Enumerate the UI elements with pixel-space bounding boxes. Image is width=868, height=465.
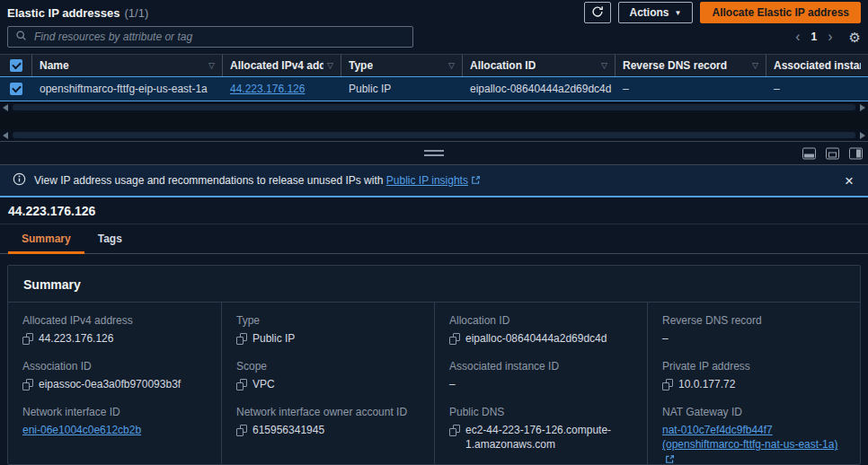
- summary-column-4: Reverse DNS record – Private IP address …: [647, 303, 860, 465]
- nat-gateway-link[interactable]: nat-010c7ef4dc9fb44f7 (openshiftmarco-ft…: [662, 423, 846, 465]
- copy-icon[interactable]: [449, 425, 460, 436]
- row-allocation-id: eipalloc-08640444a2d69dc4d: [463, 83, 616, 95]
- summary-heading: Summary: [8, 266, 860, 303]
- copy-icon[interactable]: [662, 379, 673, 390]
- column-header-allocated-ipv4[interactable]: Allocated IPv4 addr... ▽: [223, 55, 341, 76]
- field-type: Type Public IP: [236, 314, 420, 347]
- search-icon: [15, 30, 27, 44]
- actions-button[interactable]: Actions ▼: [618, 2, 694, 23]
- scrollbar-track[interactable]: [13, 132, 855, 138]
- scroll-left-icon[interactable]: [3, 132, 8, 139]
- row-reverse-dns: –: [616, 83, 766, 95]
- sort-icon: ▽: [327, 61, 333, 70]
- scroll-right-icon[interactable]: [860, 132, 865, 139]
- refresh-icon: [591, 5, 604, 21]
- resource-count: (1/1): [125, 6, 149, 20]
- field-network-interface-id: Network interface ID eni-06e1004c0e612cb…: [22, 406, 207, 438]
- column-header-reverse-dns[interactable]: Reverse DNS record ▽: [616, 55, 766, 76]
- settings-gear-icon: ⚙: [849, 30, 861, 45]
- field-allocation-id: Allocation ID eipalloc-08640444a2d69dc4d: [449, 314, 633, 347]
- next-page-button[interactable]: ›: [828, 30, 832, 44]
- field-scope: Scope VPC: [236, 360, 420, 392]
- actions-button-label: Actions: [630, 6, 669, 19]
- search-box[interactable]: [7, 26, 413, 48]
- page-title: Elastic IP addresses: [7, 6, 120, 20]
- copy-icon[interactable]: [236, 379, 247, 390]
- column-header-type[interactable]: Type ▽: [341, 55, 463, 76]
- caret-down-icon: ▼: [675, 9, 682, 17]
- field-reverse-dns: Reverse DNS record –: [662, 314, 846, 347]
- tab-summary[interactable]: Summary: [8, 224, 84, 253]
- selected-ip-title: 44.223.176.126: [0, 197, 868, 224]
- field-allocated-ipv4: Allocated IPv4 address 44.223.176.126: [22, 314, 207, 347]
- column-header-allocation-id[interactable]: Allocation ID ▽: [463, 55, 616, 76]
- sort-icon: ▽: [752, 61, 758, 70]
- external-link-icon: [665, 454, 675, 464]
- section-gap: [0, 113, 868, 129]
- summary-column-1: Allocated IPv4 address 44.223.176.126 As…: [8, 303, 221, 465]
- pagination: ‹ 1 › ⚙: [795, 30, 861, 44]
- panel-position-bottom-icon[interactable]: [802, 147, 816, 159]
- scroll-left-icon[interactable]: [3, 104, 8, 111]
- info-icon: [13, 172, 26, 189]
- split-panel-handle[interactable]: [424, 150, 444, 156]
- row-associated-instance: –: [766, 83, 868, 95]
- copy-icon[interactable]: [449, 333, 460, 345]
- field-private-ip: Private IP address 10.0.177.72: [662, 360, 846, 392]
- column-header-associated-instance[interactable]: Associated instance ID: [766, 55, 868, 76]
- copy-icon[interactable]: [22, 379, 33, 390]
- panel-position-detached-icon[interactable]: [826, 147, 839, 159]
- page-header: Elastic IP addresses (1/1) Actions ▼ All…: [0, 0, 868, 25]
- table-horizontal-scrollbar[interactable]: [0, 101, 868, 113]
- field-associated-instance-id: Associated instance ID –: [449, 360, 633, 392]
- row-name: openshiftmarco-fttfg-eip-us-east-1a: [32, 83, 223, 95]
- toolbar: ‹ 1 › ⚙: [0, 25, 868, 54]
- row-ipv4-link[interactable]: 44.223.176.126: [230, 83, 305, 95]
- table-row[interactable]: openshiftmarco-fttfg-eip-us-east-1a 44.2…: [0, 76, 868, 101]
- scrollbar-track[interactable]: [13, 104, 855, 110]
- panel-horizontal-scrollbar[interactable]: [0, 129, 868, 141]
- field-nat-gateway-id: NAT Gateway ID nat-010c7ef4dc9fb44f7 (op…: [662, 406, 846, 465]
- detail-tabs: Summary Tags: [0, 224, 868, 254]
- panel-position-side-icon[interactable]: [849, 147, 863, 159]
- copy-icon[interactable]: [236, 425, 247, 436]
- column-header-name[interactable]: Name ▽: [32, 55, 223, 76]
- external-link-icon: [471, 175, 481, 185]
- tab-tags[interactable]: Tags: [84, 224, 136, 253]
- copy-icon[interactable]: [236, 333, 247, 345]
- refresh-button[interactable]: [584, 2, 611, 23]
- allocate-elastic-ip-button[interactable]: Allocate Elastic IP address: [700, 2, 861, 23]
- network-interface-link[interactable]: eni-06e1004c0e612cb2b: [22, 423, 141, 438]
- close-icon: ×: [845, 172, 854, 189]
- field-public-dns: Public DNS ec2-44-223-176-126.compute-1.…: [449, 406, 633, 453]
- sort-icon: ▽: [448, 61, 455, 70]
- prev-page-button[interactable]: ‹: [795, 30, 800, 44]
- banner-text: View IP address usage and recommendation…: [34, 174, 835, 187]
- summary-card: Summary Allocated IPv4 address 44.223.17…: [7, 265, 861, 465]
- row-checkbox[interactable]: [10, 83, 22, 95]
- summary-column-3: Allocation ID eipalloc-08640444a2d69dc4d…: [434, 303, 647, 465]
- field-network-interface-owner: Network interface owner account ID 61595…: [236, 406, 420, 438]
- elastic-ip-console: Elastic IP addresses (1/1) Actions ▼ All…: [0, 0, 868, 465]
- summary-column-2: Type Public IP Scope VPC Network interfa…: [221, 303, 434, 465]
- sort-icon: ▽: [208, 61, 215, 70]
- sort-icon: ▽: [601, 61, 607, 70]
- split-panel-divider: [0, 141, 868, 165]
- current-page[interactable]: 1: [811, 31, 818, 43]
- field-association-id: Association ID eipassoc-0ea3a0fb970093b3…: [22, 360, 207, 392]
- close-banner-button[interactable]: ×: [843, 173, 855, 189]
- public-ip-insights-link[interactable]: Public IP insights: [386, 174, 481, 187]
- info-banner: View IP address usage and recommendation…: [0, 165, 868, 197]
- select-all-checkbox[interactable]: [10, 59, 22, 72]
- copy-icon[interactable]: [22, 333, 33, 345]
- settings-button[interactable]: ⚙: [849, 31, 861, 44]
- scroll-right-icon[interactable]: [860, 104, 865, 111]
- search-input[interactable]: [32, 30, 405, 44]
- row-type: Public IP: [341, 83, 463, 95]
- select-all-cell: [0, 55, 32, 76]
- table-header: Name ▽ Allocated IPv4 addr... ▽ Type ▽ A…: [0, 54, 868, 76]
